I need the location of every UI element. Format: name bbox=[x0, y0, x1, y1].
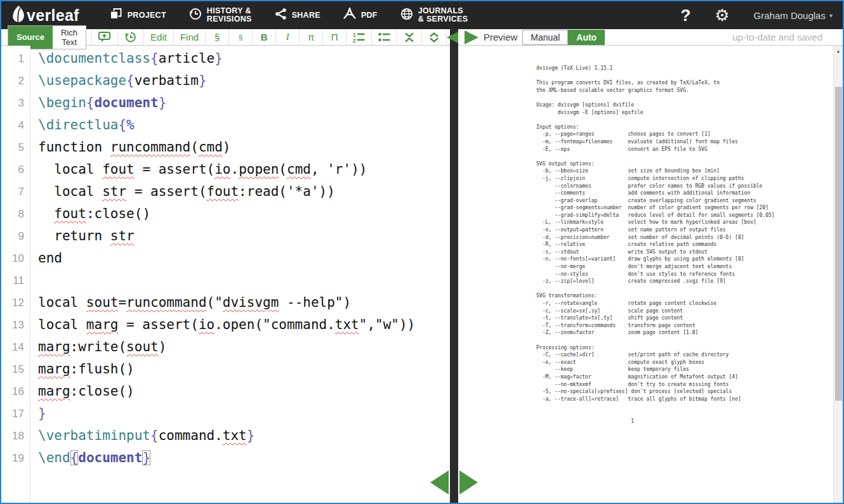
help-button[interactable]: ? bbox=[680, 6, 690, 25]
line-content: return str bbox=[30, 225, 135, 247]
code-line[interactable]: 5function runcommand(cmd) bbox=[1, 136, 450, 158]
history-clock-icon bbox=[189, 8, 202, 23]
preview-label: Preview bbox=[484, 32, 517, 42]
scrollbar-thumb[interactable] bbox=[835, 87, 842, 401]
preview-scrollbar[interactable]: ▲ bbox=[833, 46, 843, 503]
globe-icon bbox=[400, 8, 413, 23]
menu-item-label: PDF bbox=[361, 11, 378, 20]
edit-menu-button[interactable]: Edit bbox=[143, 29, 173, 45]
code-editor[interactable]: 1\documentclass{article}2\usepackage{ver… bbox=[1, 46, 450, 503]
expand-preview-arrow[interactable] bbox=[465, 30, 478, 44]
numbered-list-button[interactable]: 12 bbox=[346, 29, 371, 45]
scroll-up-arrow-icon[interactable]: ▲ bbox=[834, 46, 843, 56]
expand-icon bbox=[428, 32, 440, 42]
inline-math-button[interactable]: π bbox=[299, 29, 322, 45]
auto-compile-button[interactable]: Auto bbox=[568, 30, 605, 45]
italic-button[interactable]: I bbox=[275, 29, 299, 45]
code-line[interactable]: 6 local fout = assert(io.popen(cmd, 'r')… bbox=[1, 158, 450, 181]
menu-item-label: JOURNALS& SERVICES bbox=[418, 7, 468, 23]
code-line[interactable]: 15marg:flush() bbox=[1, 358, 450, 380]
display-math-button[interactable]: Π bbox=[322, 29, 346, 45]
code-line[interactable]: 12local sout=runcommand("dvisvgm --help"… bbox=[1, 292, 450, 314]
menu-item-project[interactable]: PROJECT bbox=[110, 8, 166, 22]
line-number: 16 bbox=[1, 380, 30, 403]
code-line[interactable]: 17} bbox=[1, 403, 450, 425]
track-changes-button[interactable] bbox=[117, 29, 143, 45]
collapse-icon bbox=[404, 32, 415, 42]
menu-item-label: HISTORY &REVISIONS bbox=[207, 7, 252, 23]
line-content bbox=[30, 269, 38, 292]
ordered-list-icon: 12 bbox=[353, 32, 365, 42]
editor-toolbar: Source Rich Text EditFind§§BIπΠ12 bbox=[1, 29, 450, 46]
line-number: 9 bbox=[1, 225, 30, 247]
line-content: fout:close() bbox=[30, 203, 150, 225]
code-line[interactable]: 4\directlua{% bbox=[1, 114, 450, 136]
line-content: \usepackage{verbatim} bbox=[30, 70, 207, 92]
pdf-acrobat-icon bbox=[343, 8, 356, 23]
overleaf-leaf-icon bbox=[11, 5, 27, 25]
line-content: local fout = assert(io.popen(cmd, 'r')) bbox=[30, 158, 367, 181]
line-content: end bbox=[30, 247, 62, 269]
bottom-collapse-left-arrow[interactable] bbox=[430, 470, 449, 494]
line-number: 15 bbox=[1, 358, 30, 380]
line-content: marg:write(sout) bbox=[30, 336, 166, 358]
line-content: local marg = assert(io.open("command.txt… bbox=[30, 314, 415, 336]
menu-item-label: PROJECT bbox=[128, 11, 166, 20]
menu-item-history[interactable]: HISTORY &REVISIONS bbox=[189, 7, 252, 23]
code-line[interactable]: 3\begin{document} bbox=[1, 92, 450, 114]
overleaf-logo[interactable]: verleaf bbox=[11, 5, 79, 25]
code-line[interactable]: 9 return str bbox=[1, 225, 450, 247]
code-line[interactable]: 1\documentclass{article} bbox=[1, 48, 450, 70]
manual-compile-button[interactable]: Manual bbox=[522, 30, 568, 45]
line-number: 10 bbox=[1, 247, 30, 269]
line-number: 8 bbox=[1, 203, 30, 225]
line-content: \verbatiminput{command.txt} bbox=[30, 425, 254, 447]
menu-item-share[interactable]: SHARE bbox=[275, 8, 320, 22]
line-number: 12 bbox=[1, 292, 30, 314]
add-comment-button[interactable] bbox=[91, 29, 117, 45]
menu-item-pdf[interactable]: PDF bbox=[343, 8, 378, 23]
line-content: local sout=runcommand("dvisvgm --help") bbox=[30, 292, 351, 314]
menu-item-journals[interactable]: JOURNALS& SERVICES bbox=[400, 7, 468, 23]
code-line[interactable]: 13local marg = assert(io.open("command.t… bbox=[1, 314, 450, 336]
line-number: 7 bbox=[1, 181, 30, 203]
copy-pages-icon bbox=[110, 8, 122, 22]
line-content: \documentclass{article} bbox=[30, 48, 223, 70]
line-number: 6 bbox=[1, 158, 30, 181]
line-number: 17 bbox=[1, 403, 30, 425]
code-line[interactable]: 7 local str = assert(fout:read('*a')) bbox=[1, 181, 450, 203]
menu-item-label: SHARE bbox=[292, 11, 320, 20]
pdf-text: dvisvgm (TeX Live) 1.15.1 This program c… bbox=[536, 65, 775, 425]
section-button[interactable]: § bbox=[205, 29, 228, 45]
collapse-lines-button[interactable] bbox=[397, 29, 421, 45]
pane-splitter[interactable] bbox=[450, 29, 458, 503]
line-content: \directlua{% bbox=[30, 114, 135, 136]
subsection-button[interactable]: § bbox=[228, 29, 252, 45]
code-line[interactable]: 11 bbox=[1, 269, 450, 292]
code-line[interactable]: 18\verbatiminput{command.txt} bbox=[1, 425, 450, 447]
bottom-expand-right-arrow[interactable] bbox=[459, 470, 478, 494]
bullet-list-button[interactable] bbox=[371, 29, 397, 45]
pdf-preview: dvisvgm (TeX Live) 1.15.1 This program c… bbox=[458, 46, 843, 503]
compile-status: up-to-date and saved bbox=[732, 32, 836, 42]
caret-down-icon: ▾ bbox=[829, 12, 833, 19]
code-line[interactable]: 10end bbox=[1, 247, 450, 269]
bold-button[interactable]: B bbox=[252, 29, 275, 45]
line-content: marg:flush() bbox=[30, 358, 135, 380]
preview-pane: Preview Manual Auto up-to-date and saved… bbox=[458, 29, 843, 503]
svg-text:2: 2 bbox=[353, 37, 356, 43]
line-number: 3 bbox=[1, 92, 30, 114]
preview-toolbar: Preview Manual Auto up-to-date and saved bbox=[458, 29, 843, 46]
code-line[interactable]: 14marg:write(sout) bbox=[1, 336, 450, 358]
code-line[interactable]: 2\usepackage{verbatim} bbox=[1, 70, 450, 92]
code-line[interactable]: 19\end{document} bbox=[1, 447, 450, 469]
code-line[interactable]: 8 fout:close() bbox=[1, 203, 450, 225]
expand-lines-button[interactable] bbox=[421, 29, 447, 45]
find-button[interactable]: Find bbox=[173, 29, 205, 45]
settings-gear-icon[interactable]: ⚙ bbox=[715, 7, 729, 23]
user-menu[interactable]: Graham Douglas ▾ bbox=[754, 10, 833, 21]
history-icon bbox=[124, 31, 137, 43]
code-line[interactable]: 16marg:close() bbox=[1, 380, 450, 403]
line-number: 13 bbox=[1, 314, 30, 336]
overleaf-window: verleaf PROJECTHISTORY &REVISIONSSHAREPD… bbox=[0, 0, 844, 504]
